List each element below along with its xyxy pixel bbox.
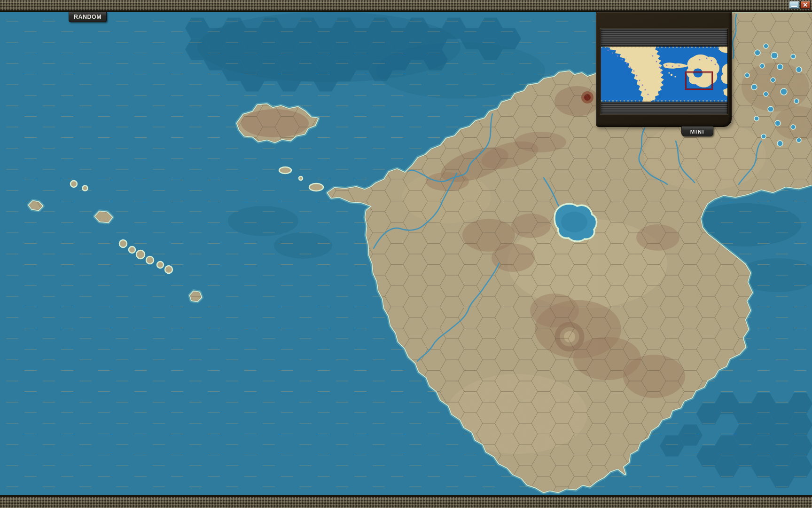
scenario-name-tab[interactable]: RANDOM [69, 12, 107, 22]
minimize-button[interactable] [789, 1, 799, 9]
top-chrome-bar [0, 0, 812, 12]
minimap[interactable] [601, 47, 727, 102]
close-button[interactable]: ✕ [800, 1, 811, 9]
game-window: ✕ RANDOM [0, 0, 812, 508]
minimap-panel [596, 12, 732, 127]
central-lake [554, 204, 597, 241]
minimap-tab[interactable]: MINI [681, 127, 713, 136]
bottom-chrome-bar [0, 495, 812, 508]
minimap-top-stripes [601, 29, 727, 47]
minimize-icon [791, 6, 797, 7]
close-icon: ✕ [803, 2, 808, 8]
minimap-bottom-stripes [601, 102, 727, 114]
window-controls: ✕ [789, 1, 811, 9]
minimap-screen [601, 29, 728, 114]
